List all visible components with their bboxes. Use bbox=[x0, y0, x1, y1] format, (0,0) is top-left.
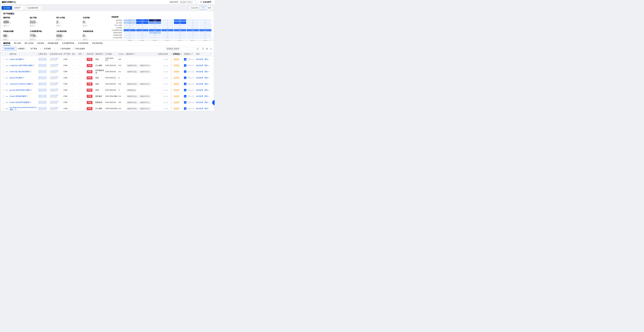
attack-heat-flame-icon bbox=[164, 83, 165, 85]
tab-7[interactable]: 容器基线风险 bbox=[92, 41, 103, 45]
cve-cell: CVE-2023-25... bbox=[105, 99, 118, 105]
more-actions-link[interactable]: 更多 bbox=[204, 71, 209, 73]
scope-my-vulns-button[interactable]: 影响我的漏洞 bbox=[3, 47, 16, 51]
mark-handle-link[interactable]: 标记处置 bbox=[196, 58, 203, 61]
asset-type-cell: CVM bbox=[64, 87, 72, 93]
select-all-checkbox[interactable] bbox=[3, 53, 5, 55]
tab-1[interactable]: 端口风险 bbox=[14, 41, 21, 45]
more-actions-link[interactable]: 更多 bbox=[204, 89, 209, 91]
more-actions-link[interactable]: 更多 bbox=[204, 77, 209, 79]
mark-handle-link[interactable]: 标记处置 bbox=[196, 77, 203, 79]
vuln-name-link[interactable]: Gradio 信任管理问题漏洞 bbox=[10, 101, 29, 103]
more-actions-link[interactable]: 更多 bbox=[204, 107, 209, 110]
expand-row-icon[interactable]: ▶ bbox=[6, 77, 8, 78]
vuln-name-link[interactable]: Langchain OS命令注入漏洞 bbox=[10, 83, 31, 85]
expand-row-icon[interactable]: ▶ bbox=[6, 89, 8, 91]
asset-scope-select[interactable]: 全部资产 bbox=[13, 6, 26, 10]
checkbox-emergency[interactable]: 只看应急漏洞 bbox=[72, 48, 85, 50]
heatmap-cell: 0 bbox=[149, 27, 161, 29]
filter-funnel-icon[interactable] bbox=[103, 53, 104, 55]
expand-row-icon[interactable]: ▶ bbox=[6, 71, 8, 72]
mark-handle-link[interactable]: 标记处置 bbox=[196, 95, 203, 97]
refresh-icon[interactable] bbox=[202, 48, 204, 50]
account-cell: ☁ 云账号-001 bbox=[184, 81, 196, 87]
heatmap-cell-value-masked: 0 bbox=[192, 20, 193, 21]
sort-icon[interactable]: ⇅ bbox=[125, 53, 126, 55]
filter-funnel-icon[interactable] bbox=[180, 53, 182, 55]
tab-2[interactable]: 弱口令风险 bbox=[24, 41, 34, 45]
heatmap-cell: 0 bbox=[136, 34, 148, 36]
ai-spark-icon bbox=[15, 109, 17, 110]
check-result-select[interactable]: 综合体检结果 bbox=[26, 6, 42, 10]
row-checkbox[interactable] bbox=[3, 101, 5, 103]
vuln-name-link[interactable]: pyLoad 远程代码执行漏洞 bbox=[10, 89, 30, 91]
expand-row-icon[interactable]: ▶ bbox=[6, 59, 8, 60]
row-checkbox[interactable] bbox=[3, 89, 5, 91]
vuln-name-link[interactable]: ray-project/ray dashboard 命令注入漏洞... bbox=[10, 106, 37, 111]
row-checkbox[interactable] bbox=[3, 83, 5, 85]
heatmap-cell: 0 bbox=[149, 24, 161, 26]
row-checkbox[interactable] bbox=[3, 65, 5, 66]
account-select[interactable]: 默认账号 100012 bbox=[180, 1, 197, 4]
download-icon[interactable] bbox=[210, 48, 212, 50]
row-checkbox[interactable] bbox=[3, 108, 5, 109]
row-checkbox[interactable] bbox=[3, 71, 5, 73]
row-checkbox[interactable] bbox=[3, 95, 5, 97]
expand-row-icon[interactable]: ▶ bbox=[6, 65, 8, 66]
mark-handle-link[interactable]: 标记处置 bbox=[196, 71, 203, 73]
actions-cell: 标记处置 更多 bbox=[196, 106, 212, 111]
vuln-name-link[interactable]: LangChain 任意代码执行漏洞 bbox=[10, 64, 32, 66]
security-check-button[interactable]: 安全体检 bbox=[2, 6, 12, 10]
asset-view-select[interactable]: 资产视角 bbox=[29, 47, 42, 51]
vuln-name-link[interactable]: Gradio 路径遍历漏洞 bbox=[10, 95, 26, 97]
cloud-account-icon: ☁ bbox=[184, 107, 186, 110]
expand-row-icon[interactable]: ▶ bbox=[6, 108, 8, 109]
search-icon[interactable] bbox=[197, 48, 199, 50]
checkbox-box[interactable] bbox=[58, 48, 60, 50]
search-input[interactable]: 处理状态: 未处理 bbox=[165, 47, 200, 51]
scope-all-vulns-button[interactable]: 全网漏洞 bbox=[16, 47, 26, 51]
tab-6[interactable]: 主机基线风险 bbox=[78, 41, 88, 45]
stat-card-0: 漏洞风险 455 条 新增 12 bbox=[3, 16, 30, 27]
port-cell: - bbox=[72, 81, 78, 87]
filter-funnel-icon[interactable] bbox=[191, 53, 193, 55]
tab-0[interactable]: 漏洞风险 bbox=[3, 41, 10, 45]
toolbar-divider bbox=[28, 48, 28, 50]
vuln-tag-chip: 该漏洞可以远... bbox=[126, 64, 138, 67]
expand-row-icon[interactable]: ▶ bbox=[6, 102, 8, 103]
row-checkbox[interactable] bbox=[3, 77, 5, 79]
stat-card-2: 弱口令风险 2 条 新增 0 bbox=[56, 16, 83, 27]
expand-row-icon[interactable]: ▶ bbox=[6, 96, 8, 97]
row-checkbox[interactable] bbox=[3, 58, 5, 60]
mark-handle-link[interactable]: 标记处置 bbox=[196, 107, 203, 110]
more-actions-link[interactable]: 更多 bbox=[204, 101, 209, 104]
more-actions-link[interactable]: 更多 bbox=[204, 58, 209, 61]
filter-funnel-icon[interactable] bbox=[94, 53, 94, 55]
mark-handle-link[interactable]: 标记处置 bbox=[196, 101, 203, 104]
more-actions-link[interactable]: 更多 bbox=[204, 95, 209, 97]
checkbox-box[interactable] bbox=[72, 48, 74, 50]
filter-funnel-icon[interactable] bbox=[134, 53, 135, 55]
tab-3[interactable]: 内容风险 bbox=[37, 41, 44, 45]
cloud-security-assistant-button[interactable]: 云安全助手 bbox=[198, 1, 213, 4]
more-actions-link[interactable]: 更多 bbox=[204, 83, 209, 85]
expand-row-icon[interactable]: ▶ bbox=[6, 83, 8, 85]
handle-vuln-select[interactable]: 处理漏洞 bbox=[43, 47, 56, 51]
vuln-name-link[interactable]: Gradio 输入验证错误漏洞 bbox=[10, 71, 29, 73]
time-range-30d[interactable]: 30天 bbox=[206, 6, 213, 10]
time-range-7d[interactable]: 7天 bbox=[200, 6, 206, 10]
gear-icon[interactable]: ⚙ bbox=[206, 48, 208, 50]
tab-4[interactable]: 风险服务暴露 bbox=[48, 41, 58, 45]
mark-handle-link[interactable]: 标记处置 bbox=[196, 83, 203, 85]
search-filter-chip[interactable]: 处理状态: 未处理 bbox=[166, 47, 180, 50]
status-cell: 未处理 bbox=[172, 99, 184, 105]
more-actions-link[interactable]: 更多 bbox=[204, 64, 209, 67]
mark-handle-link[interactable]: 标记处置 bbox=[196, 64, 203, 67]
vuln-name-link[interactable]: Gradio 安全漏洞 bbox=[10, 58, 22, 60]
vuln-name-link[interactable]: pyload 安全漏洞 bbox=[10, 77, 22, 79]
tab-5[interactable]: 云资源配置风险 bbox=[62, 41, 74, 45]
fixed-columns: 未处理 ☁ 云账号-001 标记处置 更多 bbox=[172, 81, 212, 87]
time-range-24h[interactable]: 近24小时 bbox=[190, 6, 200, 10]
checkbox-must-fix[interactable]: 只看必修漏洞 bbox=[58, 48, 70, 50]
mark-handle-link[interactable]: 标记处置 bbox=[196, 89, 203, 91]
